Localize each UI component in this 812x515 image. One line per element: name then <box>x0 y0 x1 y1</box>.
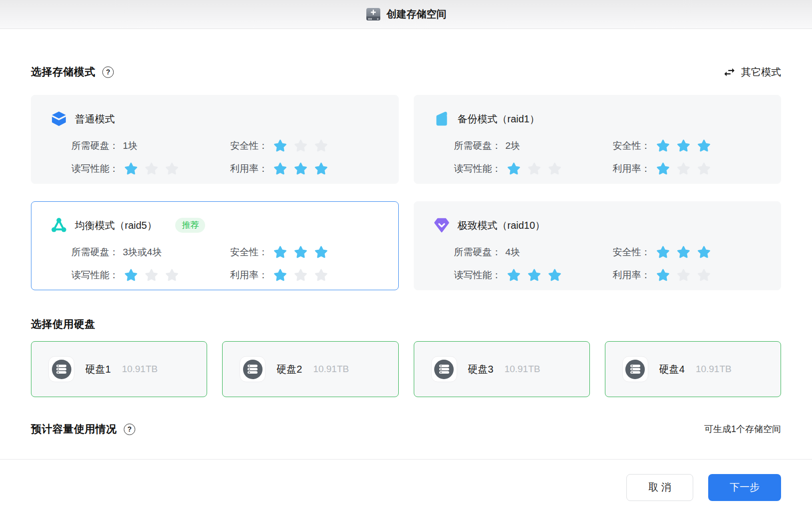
disk-name: 硬盘1 <box>85 363 111 376</box>
star-icon <box>293 139 308 153</box>
disk-card-2[interactable]: 硬盘2 10.91TB <box>222 341 398 397</box>
star-icon <box>676 139 691 153</box>
other-modes-label: 其它模式 <box>741 65 781 79</box>
star-icon <box>656 162 670 176</box>
disk-name: 硬盘4 <box>659 363 685 376</box>
star-icon <box>293 268 308 282</box>
performance-rating-stars <box>124 268 179 282</box>
star-icon <box>656 139 670 153</box>
star-icon <box>144 162 159 176</box>
star-icon <box>165 162 179 176</box>
mode-card-normal[interactable]: 普通模式 所需硬盘：1块 安全性： 读写性能： 利用率： <box>31 95 399 184</box>
drive-add-icon <box>366 7 381 21</box>
disks-value: 4块 <box>506 246 521 259</box>
mode-card-extreme-raid10[interactable]: 极致模式（raid10） 所需硬盘：4块 安全性： 读写性能： 利用率： <box>414 201 782 290</box>
star-icon <box>697 162 711 176</box>
star-icon <box>507 162 521 176</box>
star-icon <box>293 245 308 259</box>
disks-value: 1块 <box>123 139 138 152</box>
utilization-label: 利用率： <box>230 269 268 282</box>
star-icon <box>507 268 521 282</box>
dialog-header: 创建存储空间 <box>0 0 812 29</box>
security-label: 安全性： <box>613 139 651 152</box>
disk-card-4[interactable]: 硬盘4 10.91TB <box>605 341 781 397</box>
utilization-rating-stars <box>656 268 711 282</box>
disks-value: 3块或4块 <box>123 246 162 259</box>
disks-section-header: 选择使用硬盘 <box>31 317 781 331</box>
utilization-rating-stars <box>656 162 711 176</box>
swap-icon <box>723 65 736 79</box>
disks-label: 所需硬盘： <box>71 246 119 259</box>
security-label: 安全性： <box>613 246 651 259</box>
disk-card-3[interactable]: 硬盘3 10.91TB <box>414 341 590 397</box>
disks-value: 2块 <box>506 139 521 152</box>
star-icon <box>273 139 287 153</box>
star-icon <box>656 268 670 282</box>
star-icon <box>676 268 691 282</box>
star-icon <box>527 268 541 282</box>
disk-cards: 硬盘1 10.91TB 硬盘2 10.91TB 硬盘3 10.91TB <box>31 341 781 397</box>
security-rating-stars <box>273 139 328 153</box>
performance-label: 读写性能： <box>71 269 119 282</box>
next-button[interactable]: 下一步 <box>708 474 781 501</box>
other-modes-button[interactable]: 其它模式 <box>723 65 781 79</box>
capacity-note: 可生成1个存储空间 <box>704 423 781 435</box>
disk-size: 10.91TB <box>313 364 349 375</box>
utilization-label: 利用率： <box>230 162 268 175</box>
capacity-section-header: 预计容量使用情况 ? 可生成1个存储空间 <box>31 422 781 436</box>
disk-name: 硬盘3 <box>468 363 494 376</box>
star-icon <box>656 245 670 259</box>
star-icon <box>547 162 562 176</box>
cube-icon <box>50 110 67 127</box>
disk-card-1[interactable]: 硬盘1 10.91TB <box>31 341 207 397</box>
star-icon <box>697 268 711 282</box>
mode-title: 极致模式（raid10） <box>458 219 545 232</box>
disk-icon <box>431 356 457 382</box>
disk-size: 10.91TB <box>122 364 158 375</box>
utilization-label: 利用率： <box>613 162 651 175</box>
disks-label: 所需硬盘： <box>454 246 502 259</box>
star-icon <box>124 162 138 176</box>
recommended-badge: 推荐 <box>175 218 205 233</box>
star-icon <box>273 245 287 259</box>
star-icon <box>314 245 328 259</box>
modes-section-header: 选择存储模式 ? 其它模式 <box>31 65 781 79</box>
performance-label: 读写性能： <box>454 269 502 282</box>
utilization-label: 利用率： <box>613 269 651 282</box>
performance-rating-stars <box>507 268 562 282</box>
help-icon[interactable]: ? <box>124 424 135 435</box>
security-rating-stars <box>656 139 711 153</box>
mode-cards: 普通模式 所需硬盘：1块 安全性： 读写性能： 利用率： <box>31 95 781 290</box>
mode-card-balanced-raid5[interactable]: 均衡模式（raid5） 推荐 所需硬盘：3块或4块 安全性： 读写性能： 利用率… <box>31 201 399 290</box>
performance-label: 读写性能： <box>454 162 502 175</box>
capacity-section-title: 预计容量使用情况 <box>31 422 117 436</box>
mode-title: 备份模式（raid1） <box>458 112 540 126</box>
star-icon <box>314 268 328 282</box>
star-icon <box>527 162 541 176</box>
cancel-button[interactable]: 取 消 <box>626 474 693 501</box>
star-icon <box>547 268 562 282</box>
star-icon <box>293 162 308 176</box>
disk-icon <box>48 356 74 382</box>
security-rating-stars <box>273 245 328 259</box>
disks-label: 所需硬盘： <box>454 139 502 152</box>
utilization-rating-stars <box>273 162 328 176</box>
modes-section-title: 选择存储模式 <box>31 65 95 79</box>
star-icon <box>144 268 159 282</box>
copy-icon <box>433 110 450 127</box>
disk-size: 10.91TB <box>505 364 541 375</box>
security-label: 安全性： <box>230 246 268 259</box>
disk-size: 10.91TB <box>696 364 732 375</box>
create-storage-dialog: 创建存储空间 选择存储模式 ? 其它模式 <box>0 0 812 515</box>
mode-card-backup-raid1[interactable]: 备份模式（raid1） 所需硬盘：2块 安全性： 读写性能： 利用率： <box>414 95 782 184</box>
gem-icon <box>433 217 450 234</box>
disk-icon <box>240 356 266 382</box>
utilization-rating-stars <box>273 268 328 282</box>
help-icon[interactable]: ? <box>102 66 114 78</box>
dialog-footer: 取 消 下一步 <box>0 459 812 515</box>
star-icon <box>314 162 328 176</box>
star-icon <box>697 245 711 259</box>
star-icon <box>676 245 691 259</box>
performance-label: 读写性能： <box>71 162 119 175</box>
disk-name: 硬盘2 <box>276 363 302 376</box>
